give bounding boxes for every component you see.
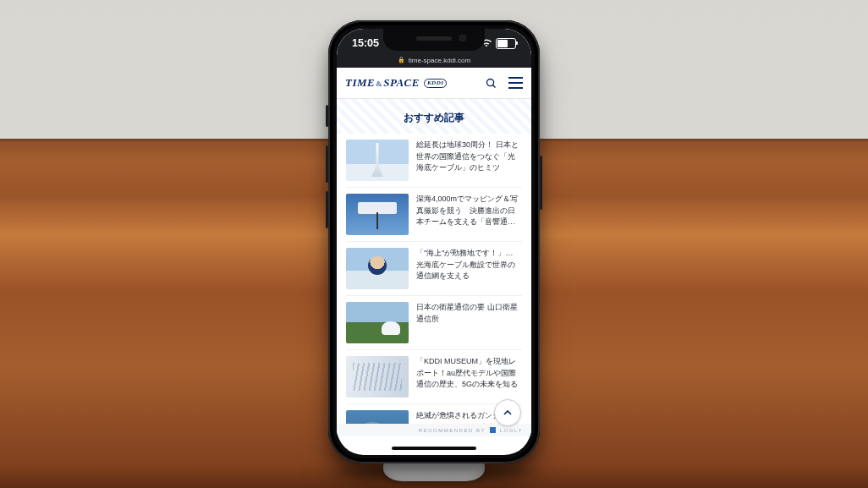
logo-text-1: TIME [345, 76, 375, 89]
article-title: 日本の衛星通信の要 山口衛星通信所 [416, 302, 522, 325]
logo-text-2: SPACE [383, 76, 420, 89]
footer-label: RECOMMENDED BY [419, 428, 486, 433]
article-title: 「"海上"が勤務地です！」… 光海底ケーブル敷設で世界の通信網を支える [416, 248, 522, 282]
article-title: 「KDDI MUSEUM」を現地レポート！au歴代モデルや国際通信の歴史、5Gの… [416, 356, 522, 391]
article-thumbnail [346, 356, 409, 398]
logo-amp: & [376, 80, 382, 88]
article-item[interactable]: 日本の衛星通信の要 山口衛星通信所 [346, 295, 522, 349]
web-viewport[interactable]: TIME&SPACE KDDI おすすめ記事 [337, 68, 531, 436]
logo-subbrand: KDDI [424, 79, 448, 88]
home-indicator[interactable] [392, 447, 476, 450]
site-header: TIME&SPACE KDDI [337, 68, 531, 99]
iphone-device: 15:05 🔒 time-space.kddi.com [328, 20, 540, 463]
status-time: 15:05 [352, 37, 379, 49]
article-item[interactable]: 「"海上"が勤務地です！」… 光海底ケーブル敷設で世界の通信網を支える [346, 241, 522, 295]
article-thumbnail [346, 302, 409, 343]
photo-scene: 15:05 🔒 time-space.kddi.com [0, 0, 868, 488]
svg-point-0 [487, 79, 494, 85]
article-thumbnail [346, 140, 409, 181]
logly-logo-icon [490, 427, 496, 433]
section-title: おすすめ記事 [337, 99, 531, 134]
article-list: 総延長は地球30周分！ 日本と世界の国際通信をつなぐ「光海底ケーブル」のヒミツ … [337, 134, 531, 436]
hamburger-menu-icon[interactable] [508, 77, 523, 89]
scroll-to-top-button[interactable] [494, 399, 521, 426]
article-item[interactable]: 総延長は地球30周分！ 日本と世界の国際通信をつなぐ「光海底ケーブル」のヒミツ [346, 134, 522, 187]
address-url: time-space.kddi.com [409, 57, 470, 64]
recommend-footer: RECOMMENDED BY LOGLY [337, 424, 531, 436]
svg-line-1 [493, 85, 496, 87]
mute-switch [326, 105, 328, 127]
power-button [540, 156, 542, 210]
article-thumbnail [346, 248, 409, 289]
display-notch [383, 29, 485, 51]
footer-brand: LOGLY [500, 428, 523, 433]
article-item[interactable]: 深海4,000mでマッピング＆写真撮影を競う 決勝進出の日本チームを支える「音響… [346, 187, 522, 241]
article-thumbnail [346, 194, 409, 235]
battery-icon [496, 38, 516, 49]
article-item[interactable]: 「KDDI MUSEUM」を現地レポート！au歴代モデルや国際通信の歴史、5Gの… [346, 349, 522, 403]
article-title: 深海4,000mでマッピング＆写真撮影を競う 決勝進出の日本チームを支える「音響… [416, 194, 522, 228]
article-title: 総延長は地球30周分！ 日本と世界の国際通信をつなぐ「光海底ケーブル」のヒミツ [416, 140, 522, 174]
site-logo[interactable]: TIME&SPACE KDDI [345, 76, 447, 90]
search-icon[interactable] [485, 77, 497, 90]
address-bar[interactable]: 🔒 time-space.kddi.com [337, 52, 531, 68]
lock-icon: 🔒 [398, 57, 405, 63]
volume-up-button [326, 145, 328, 183]
phone-screen: 15:05 🔒 time-space.kddi.com [337, 29, 531, 455]
volume-down-button [326, 191, 328, 228]
